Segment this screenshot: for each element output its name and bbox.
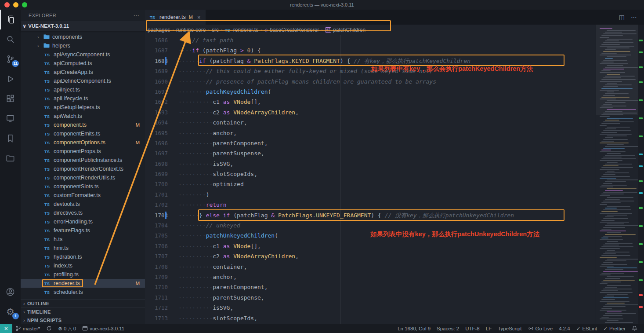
overview-ruler[interactable] (638, 25, 644, 324)
status-language[interactable]: TypeScript (495, 324, 525, 333)
code-line-1713[interactable]: 1713··········slotScopeIds, (145, 313, 596, 323)
tree-file-componentEmits-ts[interactable]: TScomponentEmits.ts (21, 129, 145, 138)
code-line-1708[interactable]: 1708··········container, (145, 262, 596, 272)
status-problems[interactable]: ⊗ 0 △ 0 (55, 324, 79, 333)
status-eslint[interactable]: ✓ESLint (573, 324, 601, 333)
code-line-1704[interactable]: 1704········// unkeyed (145, 220, 596, 231)
run-debug-icon[interactable] (0, 69, 21, 89)
minimap[interactable] (596, 25, 638, 324)
status-prettier[interactable]: ✓Prettier (600, 324, 629, 333)
split-editor-icon[interactable]: ◫ (619, 14, 625, 21)
code-line-1697[interactable]: 1697··········parentSuspense, (145, 148, 596, 158)
tree-file-profiling-ts[interactable]: TSprofiling.ts (21, 270, 145, 279)
search-icon[interactable] (0, 29, 21, 49)
code-line-1710[interactable]: 1710··········parentComponent, (145, 282, 596, 292)
code-line-1709[interactable]: 1709··········anchor, (145, 272, 596, 282)
tree-file-featureFlags-ts[interactable]: TSfeatureFlags.ts (21, 226, 145, 235)
bookmarks-icon[interactable] (0, 128, 21, 148)
tree-file-scheduler-ts[interactable]: TSscheduler.ts (21, 288, 145, 296)
explorer-icon[interactable] (0, 10, 21, 29)
tree-file-apiDefineComponent-ts[interactable]: TSapiDefineComponent.ts (21, 77, 145, 85)
status-cursor-position[interactable]: Ln 1680, Col 9 (394, 324, 434, 333)
code-line-1705[interactable]: 1705········patchUnkeyedChildren( (145, 231, 596, 241)
breadcrumb-item-patchChildren[interactable]: @patchChildren (325, 27, 365, 33)
code-line-1702[interactable]: 1702········return (145, 200, 596, 210)
sidebar-section-outline[interactable]: ›OUTLINE (21, 299, 145, 307)
tree-file-devtools-ts[interactable]: TSdevtools.ts (21, 200, 145, 209)
code-line-1690[interactable]: 1690········// presence of patchFlag mea… (145, 77, 596, 87)
code-line-1689[interactable]: 1689········// this could be either full… (145, 66, 596, 76)
tab-renderer-ts[interactable]: TS renderer.ts M × (145, 10, 206, 25)
code-line-1687[interactable]: 1687····if (patchFlag > 0) { (145, 45, 596, 55)
tree-file-componentRenderUtils-ts[interactable]: TScomponentRenderUtils.ts (21, 173, 145, 182)
code-line-1696[interactable]: 1696··········parentComponent, (145, 138, 596, 148)
breadcrumb-item-renderer-ts[interactable]: TSrenderer.ts (225, 27, 258, 33)
tree-file-apiSetupHelpers-ts[interactable]: TSapiSetupHelpers.ts (21, 103, 145, 112)
status-sync[interactable] (43, 324, 55, 333)
code-line-1686[interactable]: 1686····// fast path (145, 35, 596, 45)
code-line-1695[interactable]: 1695··········anchor, (145, 128, 596, 138)
tree-file-apiCreateApp-ts[interactable]: TSapiCreateApp.ts (21, 68, 145, 77)
tree-file-apiAsyncComponent-ts[interactable]: TSapiAsyncComponent.ts (21, 50, 145, 59)
code-line-1707[interactable]: 1707··········c2 as VNodeArrayChildren, (145, 251, 596, 261)
code-line-1694[interactable]: 1694··········container, (145, 117, 596, 128)
tree-file-componentProps-ts[interactable]: TScomponentProps.ts (21, 147, 145, 156)
status-indentation[interactable]: Spaces: 2 (434, 324, 462, 333)
sidebar-section-timeline[interactable]: ›TIMELINE (21, 307, 145, 316)
tree-file-component-ts[interactable]: TScomponent.tsM (21, 121, 145, 129)
tree-file-componentSlots-ts[interactable]: TScomponentSlots.ts (21, 182, 145, 191)
status-remote[interactable]: ✕ (0, 324, 12, 333)
tree-file-customFormatter-ts[interactable]: TScustomFormatter.ts (21, 191, 145, 200)
code-line-1712[interactable]: 1712··········isSVG, (145, 303, 596, 313)
tree-file-hydration-ts[interactable]: TShydration.ts (21, 252, 145, 261)
tree-file-renderer-ts[interactable]: TSrenderer.tsM (21, 279, 145, 288)
tree-file-directives-ts[interactable]: TSdirectives.ts (21, 209, 145, 217)
code-line-1699[interactable]: 1699··········slotScopeIds, (145, 169, 596, 179)
tree-file-index-ts[interactable]: TSindex.ts (21, 261, 145, 270)
status-encoding[interactable]: UTF-8 (462, 324, 483, 333)
sidebar-section-npm-scripts[interactable]: ›NPM SCRIPTS (21, 316, 145, 324)
sidebar-more-actions-icon[interactable]: ⋯ (134, 12, 140, 19)
breadcrumb-item-runtime-core[interactable]: runtime-core (176, 27, 206, 33)
close-window-button[interactable] (4, 2, 10, 7)
breadcrumb-item-packages[interactable]: packages (148, 27, 170, 33)
status-version[interactable]: 4.2.4 (556, 324, 573, 333)
minimize-window-button[interactable] (13, 2, 18, 7)
tree-file-componentPublicInstance-ts[interactable]: TScomponentPublicInstance.ts (21, 156, 145, 165)
tree-file-errorHandling-ts[interactable]: TSerrorHandling.ts (21, 217, 145, 226)
status-notifications[interactable] (629, 324, 640, 333)
status-branch[interactable]: master* (12, 324, 43, 333)
code-line-1706[interactable]: 1706··········c1 as VNode[], (145, 241, 596, 251)
tree-file-hmr-ts[interactable]: TShmr.ts (21, 244, 145, 252)
zoom-window-button[interactable] (22, 2, 27, 7)
code-editor[interactable]: 1686····// fast path1687····if (patchFla… (145, 35, 596, 324)
code-line-1703[interactable]: 1703······} else if (patchFlag & PatchFl… (145, 210, 596, 220)
tree-folder-helpers[interactable]: ›helpers (21, 41, 145, 50)
tree-file-apiInject-ts[interactable]: TSapiInject.ts (21, 85, 145, 94)
extensions-icon[interactable] (0, 89, 21, 109)
tab-close-icon[interactable]: × (197, 14, 201, 21)
accounts-icon[interactable] (0, 282, 21, 302)
status-workspace[interactable]: vue-next-3.0.11 (79, 324, 127, 333)
tree-file-componentOptions-ts[interactable]: TScomponentOptions.tsM (21, 138, 145, 147)
more-actions-icon[interactable]: ⋯ (631, 14, 637, 21)
code-line-1698[interactable]: 1698··········isSVG, (145, 159, 596, 169)
workspace-root-row[interactable]: ∨ VUE-NEXT-3.0.11 (21, 21, 145, 31)
code-line-1692[interactable]: 1692··········c1 as VNode[], (145, 97, 596, 107)
tree-file-apiLifecycle-ts[interactable]: TSapiLifecycle.ts (21, 94, 145, 103)
code-line-1701[interactable]: 1701········) (145, 190, 596, 200)
tree-file-componentRenderContext-ts[interactable]: TScomponentRenderContext.ts (21, 165, 145, 173)
breadcrumb-item-src[interactable]: src (212, 27, 219, 33)
remote-explorer-icon[interactable] (0, 109, 21, 128)
code-line-1693[interactable]: 1693··········c2 as VNodeArrayChildren, (145, 107, 596, 117)
code-line-1691[interactable]: 1691········patchKeyedChildren( (145, 87, 596, 97)
source-control-icon[interactable]: 11 (0, 49, 21, 69)
status-eol[interactable]: LF (483, 324, 495, 333)
tree-file-apiWatch-ts[interactable]: TSapiWatch.ts (21, 112, 145, 121)
status-go-live[interactable]: Go Live (525, 324, 556, 333)
code-line-1711[interactable]: 1711··········parentSuspense, (145, 293, 596, 303)
tree-file-apiComputed-ts[interactable]: TSapiComputed.ts (21, 59, 145, 68)
settings-icon[interactable]: ⚙1 (0, 302, 21, 322)
tree-file-h-ts[interactable]: TSh.ts (21, 235, 145, 244)
code-line-1688[interactable]: 1688······if (patchFlag & PatchFlags.KEY… (145, 56, 596, 66)
